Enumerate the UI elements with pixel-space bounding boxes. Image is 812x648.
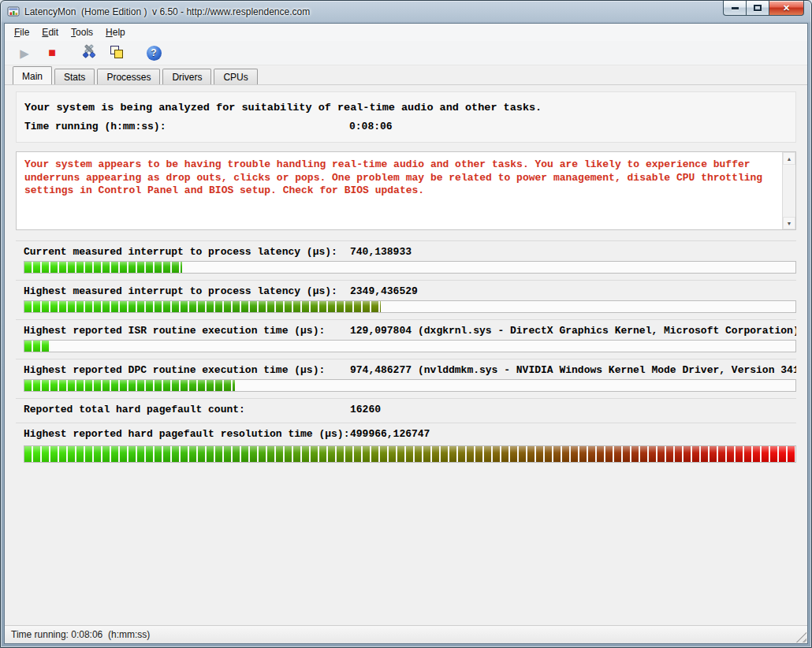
scroll-down-icon[interactable]: ▼ [783, 217, 795, 229]
bar-unfilled [182, 262, 795, 273]
tab-cpus[interactable]: CPUs [214, 69, 257, 84]
metric-driver-info: (nvlddmkm.sys - NVIDIA Windows Kernel Mo… [418, 364, 796, 376]
bar-unfilled [50, 341, 795, 352]
metric-value: 499966,126747 [350, 428, 430, 440]
maximize-icon [754, 5, 762, 11]
tab-drivers[interactable]: Drivers [162, 69, 211, 84]
stop-monitor-button[interactable]: ■ [42, 43, 62, 63]
menu-bar: File Edit Tools Help [5, 24, 807, 41]
metric-label: Current measured interrupt to process la… [24, 246, 350, 258]
metric-value: 129,097804 [350, 325, 418, 337]
menu-file[interactable]: File [8, 24, 35, 40]
title-bar[interactable]: LatencyMon (Home Edition ) v 6.50 - http… [1, 1, 811, 23]
status-text: Time running: 0:08:06 (h:mm:ss) [11, 629, 150, 640]
metric-value: 16260 [350, 404, 418, 415]
minimize-button[interactable] [723, 1, 746, 16]
toolbar: ▶ ■ [5, 41, 807, 65]
metric-highest-latency: Highest measured interrupt to process la… [16, 280, 796, 319]
metric-value: 2349,436529 [350, 285, 418, 297]
close-button[interactable]: ✕ [769, 1, 804, 16]
toolbar-separator [134, 53, 143, 54]
client-area: File Edit Tools Help ▶ ■ [4, 23, 808, 644]
analysis-headline: Your system is being analyzed for suitab… [24, 102, 789, 114]
latency-bar [24, 445, 796, 463]
menu-help[interactable]: Help [99, 24, 132, 40]
app-icon [7, 6, 20, 18]
warning-scrollbar[interactable]: ▲ ▼ [782, 152, 795, 229]
help-icon: ? [147, 46, 162, 61]
metric-value: 974,486277 [350, 364, 418, 376]
warning-panel: Your system appears to be having trouble… [16, 151, 796, 230]
metric-pagefault-count: Reported total hard pagefault count: 162… [16, 398, 796, 423]
tab-bar: Main Stats Processes Drivers CPUs [5, 65, 807, 84]
toolbar-separator [69, 53, 79, 54]
tab-processes[interactable]: Processes [97, 69, 160, 84]
metric-label: Highest reported ISR routine execution t… [24, 325, 350, 337]
metric-value: 740,138933 [350, 246, 418, 258]
play-icon: ▶ [20, 47, 29, 59]
main-page: Your system is being analyzed for suitab… [5, 84, 807, 625]
stop-icon: ■ [48, 47, 56, 59]
minimize-icon [732, 7, 739, 9]
time-running-value: 0:08:06 [349, 121, 393, 132]
status-bar: Time running: 0:08:06 (h:mm:ss) [5, 625, 807, 643]
metrics-list: Current measured interrupt to process la… [16, 240, 796, 469]
metric-dpc-time: Highest reported DPC routine execution t… [16, 359, 796, 398]
metric-label: Highest reported DPC routine execution t… [24, 364, 350, 376]
tools-icon [81, 43, 97, 62]
bar-unfilled [381, 301, 795, 312]
metric-current-latency: Current measured interrupt to process la… [16, 240, 796, 280]
latency-bar [24, 340, 796, 352]
start-monitor-button[interactable]: ▶ [14, 43, 35, 63]
maximize-button[interactable] [746, 1, 769, 16]
copy-report-button[interactable] [106, 43, 127, 63]
warning-text: Your system appears to be having trouble… [24, 158, 772, 198]
resize-grip[interactable] [795, 631, 806, 642]
metric-pagefault-resolution: Highest reported hard pagefault resoluti… [16, 423, 796, 469]
scroll-up-icon[interactable]: ▲ [783, 152, 795, 165]
tab-main[interactable]: Main [13, 66, 52, 84]
help-button[interactable]: ? [143, 43, 164, 63]
window-title: LatencyMon (Home Edition ) v 6.50 - http… [24, 6, 310, 17]
window-controls: ✕ [723, 1, 804, 16]
menu-edit[interactable]: Edit [35, 24, 65, 40]
app-window: LatencyMon (Home Edition ) v 6.50 - http… [0, 0, 812, 648]
metric-label: Reported total hard pagefault count: [24, 404, 350, 415]
tab-stats[interactable]: Stats [54, 69, 95, 84]
latency-bar [24, 261, 796, 274]
latency-bar [24, 379, 796, 392]
analysis-panel: Your system is being analyzed for suitab… [16, 91, 796, 143]
copy-icon [109, 45, 125, 61]
metric-isr-time: Highest reported ISR routine execution t… [16, 319, 796, 359]
time-running-label: Time running (h:mm:ss): [24, 121, 349, 132]
metric-driver-info: (dxgkrnl.sys - DirectX Graphics Kernel, … [418, 325, 796, 337]
bar-gradient [24, 446, 795, 462]
metric-label: Highest measured interrupt to process la… [24, 285, 350, 297]
latency-bar [24, 300, 796, 313]
menu-tools[interactable]: Tools [65, 24, 99, 40]
bar-unfilled [235, 380, 795, 391]
options-button[interactable] [79, 43, 99, 63]
metric-label: Highest reported hard pagefault resoluti… [24, 428, 350, 440]
close-icon: ✕ [783, 3, 790, 13]
